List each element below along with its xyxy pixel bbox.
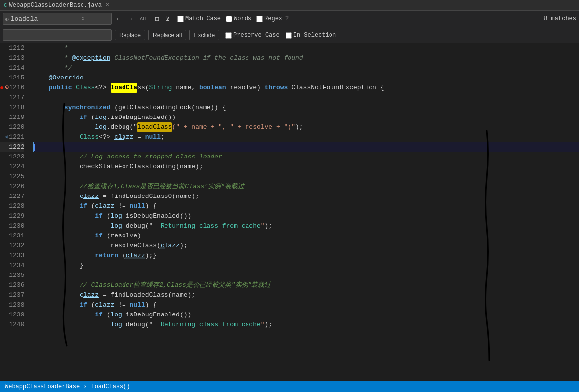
search-next-button[interactable]: → [125,14,135,23]
in-selection-checkbox[interactable] [286,32,292,39]
regex-label[interactable]: Regex [256,15,282,22]
line-number: 1224 [0,162,24,172]
line-number: 1235 [0,271,24,280]
replace-all-button[interactable]: Replace all [148,30,186,40]
code-line: // ClassLoader检查缓存2,Class是否已经被父类"实例"装载过 [33,280,579,290]
code-line: if (clazz != null) { [33,201,579,211]
line-number: 1219 [0,113,24,122]
code-line: if (log.isDebugEnabled()) [33,310,579,320]
search-clear-button[interactable]: × [80,15,86,22]
line-number: ●⊙1216 [0,83,24,93]
match-case-checkbox[interactable] [177,16,184,22]
title-bar: C WebappClassLoaderBase.java × [0,0,579,11]
replace-input[interactable] [5,32,104,39]
replace-bar: Replace Replace all Exclude Preserve Cas… [0,27,579,43]
status-path: WebappClassLoaderBase [5,383,80,390]
line-number: 1213 [0,53,24,63]
code-line: * [33,43,579,53]
code-line: log.debug(" Returning class from cache")… [33,221,579,231]
in-selection-label[interactable]: In Selection [286,32,336,39]
breakpoint-icon[interactable]: ● [0,83,4,93]
cursor-caret [34,144,35,151]
code-line [33,172,579,182]
code-line [33,93,579,103]
regex-checkbox[interactable] [256,16,263,22]
line-numbers: 1212121312141215●⊙12161217121812191220◁1… [0,43,28,381]
tab-filename: WebappClassLoaderBase.java [9,2,102,9]
code-line: checkStateForClassLoading(name); [33,162,579,172]
search-bar: ◐ × ← → ALL ⊟ ⊻ Match Case Words Regex ?… [0,11,579,27]
code-line: clazz = findLoadedClass0(name); [33,192,579,201]
line-number: 1237 [0,290,24,300]
line-number: 1214 [0,63,24,73]
words-checkbox[interactable] [226,16,232,22]
code-line: log.debug("loadClass(" + name + ", " + r… [33,122,579,132]
line-number: 1238 [0,300,24,310]
search-input[interactable] [11,15,80,23]
line-number: 1225 [0,172,24,182]
line-number: 1215 [0,73,24,83]
line-number: 1233 [0,251,24,261]
code-line [33,271,579,280]
replace-input-wrap [3,29,112,41]
code-line [33,142,579,152]
help-icon[interactable]: ? [285,15,289,22]
code-line: if (resolve) [33,231,579,241]
match-case-label[interactable]: Match Case [177,15,221,22]
code-content[interactable]: * * @exception ClassNotFoundException if… [28,43,579,381]
line-number: 1228 [0,201,24,211]
line-number: 1230 [0,221,24,231]
preserve-case-checkbox[interactable] [225,32,232,39]
line-number: 1222 [0,142,24,152]
code-line: // Log access to stopped class loader [33,152,579,162]
code-line: if (log.isDebugEnabled()) [33,211,579,221]
line-number: 1236 [0,280,24,290]
search-prev-button[interactable]: ← [114,14,124,23]
code-line: Class<?> clazz = null; [33,132,579,142]
status-separator: › [83,383,87,390]
line-number: 1234 [0,261,24,271]
search-input-wrap: ◐ × [3,13,112,25]
code-line: //检查缓存1,Class是否已经被当前Class"实例"装载过 [33,182,579,192]
line-number: ◁1221 [0,132,24,142]
words-label[interactable]: Words [226,15,251,22]
code-line: return (clazz);} [33,251,579,261]
code-line: @Override [33,73,579,83]
code-line: resolveClass(clazz); [33,241,579,251]
matches-count: 8 matches [544,15,576,22]
line-number: 1239 [0,310,24,320]
code-line: if (clazz != null) { [33,300,579,310]
search-filter-button[interactable]: ⊻ [164,15,172,23]
line-number: 1240 [0,320,24,330]
exclude-button[interactable]: Exclude [189,30,219,40]
code-line: synchronized (getClassLoadingLock(name))… [33,103,579,113]
line-number: 1226 [0,182,24,192]
line-number: 1223 [0,152,24,162]
replace-button[interactable]: Replace [115,30,145,40]
code-line: log.debug(" Returning class from cache")… [33,320,579,330]
status-method: loadClass() [91,383,130,390]
search-toggle-button[interactable]: ⊟ [152,15,162,23]
line-number: 1229 [0,211,24,221]
search-icon: ◐ [5,16,9,22]
bookmark-icon: ◁ [5,132,8,142]
line-number: 1217 [0,93,24,103]
code-line: if (log.isDebugEnabled()) [33,113,579,122]
preserve-case-label[interactable]: Preserve Case [225,32,280,39]
code-line: } [33,261,579,271]
line-number: 1227 [0,192,24,201]
code-line: * @exception ClassNotFoundException if t… [33,53,579,63]
code-line: public Class<?> loadClass(String name, b… [33,83,579,93]
editor-area: 1212121312141215●⊙12161217121812191220◁1… [0,43,579,381]
file-type-icon: C [4,2,7,8]
tab-close-button[interactable]: × [106,2,109,9]
line-number: 1232 [0,241,24,251]
line-number: 1220 [0,122,24,132]
search-all-button[interactable]: ALL [137,15,150,22]
line-number: 1218 [0,103,24,113]
code-line: */ [33,63,579,73]
line-number: 1212 [0,43,24,53]
code-line: clazz = findLoadedClass(name); [33,290,579,300]
status-bar: WebappClassLoaderBase › loadClass() [0,381,579,392]
line-number: 1231 [0,231,24,241]
